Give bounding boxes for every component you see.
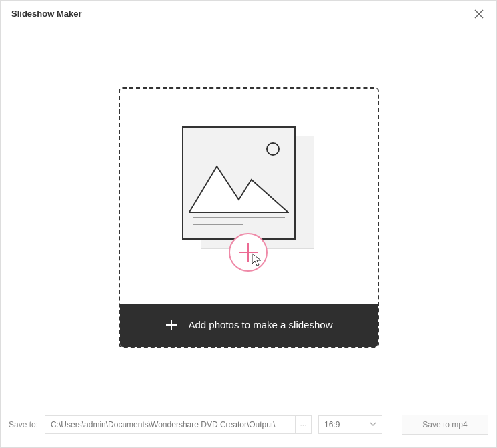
output-path-value: C:\Users\admin\Documents\Wondershare DVD… — [45, 420, 295, 429]
save-button-label: Save to mp4 — [422, 420, 467, 429]
close-icon[interactable] — [472, 7, 486, 21]
slideshow-maker-window: Slideshow Maker — [0, 0, 497, 448]
caption-lines-icon — [193, 217, 285, 225]
photo-placeholder-illustration — [182, 126, 316, 266]
aspect-ratio-select[interactable]: 16:9 — [318, 415, 382, 434]
add-photos-bar[interactable]: Add photos to make a slideshow — [120, 304, 378, 347]
titlebar: Slideshow Maker — [1, 1, 496, 27]
browse-button[interactable]: ··· — [295, 416, 311, 433]
main-area: Add photos to make a slideshow — [1, 27, 496, 407]
footer-bar: Save to: C:\Users\admin\Documents\Wonder… — [1, 407, 496, 447]
cursor-icon — [252, 253, 264, 268]
plus-icon — [165, 318, 178, 332]
photo-dropzone[interactable]: Add photos to make a slideshow — [119, 87, 379, 348]
add-photos-label: Add photos to make a slideshow — [189, 319, 333, 330]
aspect-ratio-value: 16:9 — [324, 420, 340, 429]
output-path-field[interactable]: C:\Users\admin\Documents\Wondershare DVD… — [45, 415, 312, 434]
photo-frame-front-icon — [182, 126, 296, 240]
window-title: Slideshow Maker — [11, 9, 81, 19]
chevron-down-icon — [370, 420, 376, 429]
dropzone-illustration-area — [120, 89, 378, 304]
photo-landscape-icon — [189, 133, 289, 213]
save-to-label: Save to: — [9, 420, 38, 429]
save-to-mp4-button[interactable]: Save to mp4 — [402, 415, 488, 435]
sun-icon — [266, 142, 280, 156]
